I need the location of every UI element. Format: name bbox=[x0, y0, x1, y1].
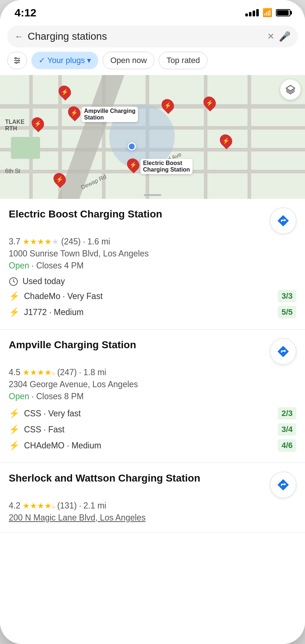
station-meta: 4.2 ★★★★½ (131) · 2.1 mi bbox=[9, 501, 296, 511]
map-park bbox=[11, 137, 40, 159]
station-stars: ★★★★½ bbox=[23, 368, 55, 377]
map-pin: ⚡ bbox=[162, 99, 174, 112]
signal-icon bbox=[245, 9, 259, 16]
station-name[interactable]: Electric Boost Charging Station bbox=[9, 208, 266, 221]
charger-row-2: ⚡ CHAdeMO · Medium 4/6 bbox=[9, 439, 296, 452]
station-rating: 4.5 bbox=[9, 368, 20, 377]
station-name[interactable]: Ampville Charging Station bbox=[9, 338, 266, 352]
station-meta: 3.7 ★★★★★ (245) · 1.6 mi bbox=[9, 237, 296, 247]
map-pin: ⚡ bbox=[59, 85, 71, 98]
charger-availability: 3/4 bbox=[278, 423, 296, 436]
map-layer-button[interactable] bbox=[280, 79, 301, 100]
station-card-sherlock: Sherlock and Wattson Charging Station 4.… bbox=[0, 463, 305, 533]
map-pin: ⚡ bbox=[32, 117, 44, 130]
search-input[interactable]: Charging stations bbox=[28, 31, 263, 42]
station-card-ampville: Ampville Charging Station 4.5 ★★★★½ (247… bbox=[0, 330, 305, 463]
filter-top-rated[interactable]: Top rated bbox=[159, 52, 207, 69]
map-background: Dewap Rd Deland Ave TLAKERTH 6th St ⚡ ⚡ … bbox=[0, 75, 305, 199]
station-rating: 3.7 bbox=[9, 237, 20, 247]
status-icons: 📶 bbox=[245, 8, 290, 17]
filter-settings-button[interactable] bbox=[7, 52, 27, 69]
map-pin: ⚡ bbox=[220, 134, 232, 147]
map[interactable]: Dewap Rd Deland Ave TLAKERTH 6th St ⚡ ⚡ … bbox=[0, 75, 305, 199]
status-time: 4:12 bbox=[15, 7, 36, 19]
charger-type: CSS · Very fast bbox=[24, 409, 273, 419]
map-pin: ⚡ bbox=[54, 173, 66, 186]
search-bar[interactable]: ← Charging stations ✕ 🎤 bbox=[7, 25, 298, 47]
charger-availability: 2/3 bbox=[278, 407, 296, 420]
map-road bbox=[247, 75, 251, 199]
charger-type: CHAdeMO · Medium bbox=[24, 441, 273, 451]
station-feature-row: Used today bbox=[9, 276, 296, 286]
map-pin-electric-boost: ⚡ Electric BoostCharging Station bbox=[127, 158, 139, 171]
status-closes-label: · Closes 4 PM bbox=[32, 261, 84, 270]
wifi-icon: 📶 bbox=[262, 8, 272, 17]
station-rating: 4.2 bbox=[9, 501, 20, 511]
charger-availability: 5/5 bbox=[278, 306, 296, 318]
clear-icon[interactable]: ✕ bbox=[267, 31, 274, 42]
station-distance: 1.8 mi bbox=[83, 368, 106, 377]
charger-type: J1772 · Medium bbox=[24, 307, 273, 317]
map-drag-handle[interactable] bbox=[144, 194, 161, 196]
charger-type: CSS · Fast bbox=[24, 425, 273, 435]
station-status: Open · Closes 4 PM bbox=[9, 261, 296, 271]
station-header: Ampville Charging Station bbox=[9, 338, 296, 365]
bolt-icon: ⚡ bbox=[9, 440, 20, 451]
back-button[interactable]: ← bbox=[15, 31, 23, 42]
status-open-label: Open bbox=[9, 261, 29, 270]
charger-availability: 3/3 bbox=[278, 290, 296, 302]
station-reviews: (245) bbox=[61, 237, 81, 247]
status-bar: 4:12 📶 bbox=[0, 0, 305, 23]
svg-point-5 bbox=[16, 62, 17, 63]
charger-row-0: ⚡ ChadeMo · Very Fast 3/3 bbox=[9, 290, 296, 302]
charger-row-0: ⚡ CSS · Very fast 2/3 bbox=[9, 407, 296, 420]
svg-point-4 bbox=[18, 60, 19, 61]
charger-row-1: ⚡ CSS · Fast 3/4 bbox=[9, 423, 296, 436]
station-feature-text: Used today bbox=[23, 276, 296, 286]
svg-point-3 bbox=[15, 58, 16, 59]
current-location bbox=[128, 142, 136, 150]
station-status: Open · Closes 8 PM bbox=[9, 392, 296, 401]
station-address: 200 N Magic Lane Blvd, Los Angeles bbox=[9, 513, 296, 523]
clock-icon bbox=[9, 277, 18, 286]
mic-icon[interactable]: 🎤 bbox=[279, 31, 290, 42]
charger-row-1: ⚡ J1772 · Medium 5/5 bbox=[9, 306, 296, 318]
station-address: 1000 Sunrise Town Blvd, Los Angeles bbox=[9, 249, 296, 259]
station-reviews: (131) bbox=[57, 501, 77, 511]
map-pin: ⚡ bbox=[204, 96, 215, 109]
station-header: Sherlock and Wattson Charging Station bbox=[9, 472, 296, 498]
station-name[interactable]: Sherlock and Wattson Charging Station bbox=[9, 472, 266, 485]
map-road bbox=[204, 75, 207, 199]
station-distance: 2.1 mi bbox=[83, 501, 106, 511]
station-address: 2304 George Avenue, Los Angeles bbox=[9, 380, 296, 389]
phone-frame: 4:12 📶 ← Charging stations ✕ 🎤 bbox=[0, 0, 305, 644]
directions-button[interactable] bbox=[270, 472, 296, 498]
station-distance: 1.6 mi bbox=[87, 237, 110, 247]
filter-your-plugs[interactable]: ✓ Your plugs ▾ bbox=[31, 52, 98, 69]
bolt-icon: ⚡ bbox=[9, 291, 20, 301]
status-open-label: Open bbox=[9, 392, 29, 401]
bolt-icon: ⚡ bbox=[9, 424, 20, 435]
directions-button[interactable] bbox=[270, 208, 296, 234]
filter-open-now[interactable]: Open now bbox=[103, 52, 154, 69]
charger-availability: 4/6 bbox=[278, 439, 296, 452]
station-stars: ★★★★½ bbox=[23, 501, 55, 511]
charger-type: ChadeMo · Very Fast bbox=[24, 291, 273, 301]
station-header: Electric Boost Charging Station bbox=[9, 208, 296, 234]
station-meta: 4.5 ★★★★½ (247) · 1.8 mi bbox=[9, 368, 296, 377]
station-reviews: (247) bbox=[57, 368, 77, 377]
status-closes-label: · Closes 8 PM bbox=[32, 392, 84, 401]
bolt-icon: ⚡ bbox=[9, 408, 20, 419]
bolt-icon: ⚡ bbox=[9, 307, 20, 317]
map-pin-ampville: ⚡ Ampville ChargingStation bbox=[68, 106, 80, 119]
station-card-electric-boost: Electric Boost Charging Station 3.7 ★★★★… bbox=[0, 199, 305, 330]
filter-row: ✓ Your plugs ▾ Open now Top rated bbox=[0, 52, 305, 75]
station-stars: ★★★★★ bbox=[23, 237, 59, 247]
directions-button[interactable] bbox=[270, 338, 296, 365]
battery-icon bbox=[276, 9, 290, 16]
